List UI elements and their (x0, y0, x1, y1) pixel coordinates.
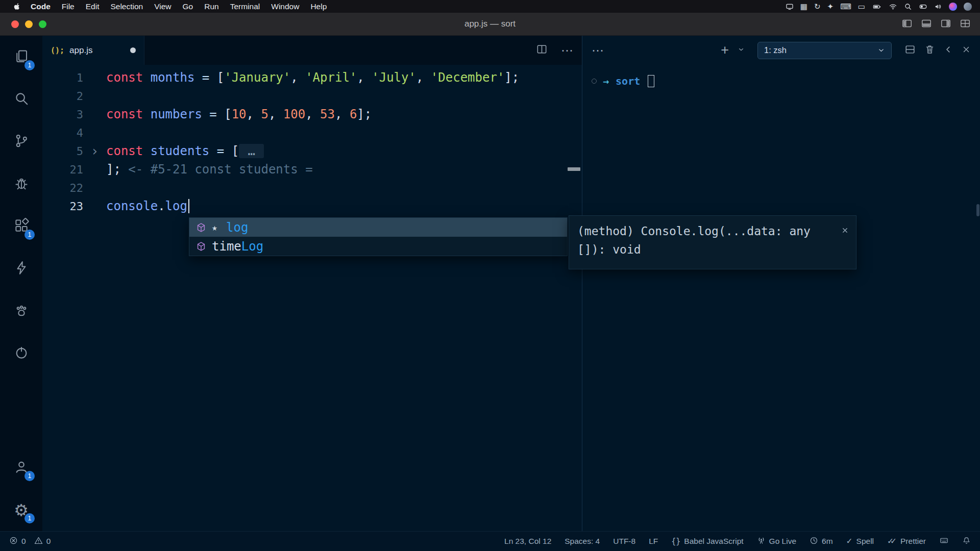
menu-edit[interactable]: Edit (80, 2, 105, 11)
more-actions-button[interactable]: ⋯ (561, 44, 574, 57)
prettier[interactable]: ✓✓ Prettier (887, 537, 926, 546)
keyboard-layout[interactable] (939, 536, 949, 547)
new-terminal-dropdown-icon[interactable] (738, 46, 745, 55)
customize-layout-button[interactable] (960, 18, 971, 31)
panel-more-actions-button[interactable]: ⋯ (592, 44, 604, 57)
eol-sequence[interactable]: LF (649, 537, 658, 546)
menu-run[interactable]: Run (199, 2, 224, 11)
notifications[interactable] (962, 536, 971, 547)
code-editor[interactable]: 1const months = ['January', 'April', 'Ju… (42, 65, 582, 531)
bell-icon (962, 536, 971, 547)
activity-explorer[interactable]: 1 (0, 36, 42, 78)
kill-terminal-button[interactable] (924, 44, 935, 57)
menu-window[interactable]: Window (265, 2, 305, 11)
line-number[interactable]: 21 (42, 163, 83, 176)
activity-settings[interactable]: ⚙ 1 (0, 489, 42, 531)
app-menu[interactable]: Code (25, 2, 56, 11)
user-avatar-icon[interactable] (964, 3, 972, 11)
tab-app-js[interactable]: (); app.js (42, 36, 144, 65)
minimize-window-button[interactable] (25, 20, 33, 28)
problems-errors[interactable]: 0 (9, 536, 26, 547)
modified-dot-icon[interactable] (130, 47, 136, 53)
window-manager-icon[interactable]: ▭ (858, 3, 865, 10)
docs-line-1: (method) Console.log(...data: any (577, 222, 848, 240)
activity-search[interactable] (0, 78, 42, 120)
sync-icon[interactable]: ↻ (814, 3, 821, 10)
activity-accounts[interactable]: 1 (0, 446, 42, 489)
close-window-button[interactable] (11, 20, 19, 28)
code-line[interactable]: 22 (42, 179, 582, 197)
terminal-panel: ⋯ + 1: zsh → sort (582, 36, 980, 531)
zoom-window-button[interactable] (39, 20, 46, 28)
menu-selection[interactable]: Selection (105, 2, 149, 11)
code-line[interactable]: 3const numbers = [10, 5, 100, 53, 6]; (42, 105, 582, 123)
indentation[interactable]: Spaces: 4 (565, 537, 600, 546)
paw-icon (14, 303, 29, 320)
terminal-session-select[interactable]: 1: zsh (757, 42, 892, 59)
keyboard-viewer-icon[interactable]: ⌨ (840, 3, 851, 10)
activity-thunder-client[interactable] (0, 247, 42, 290)
toggle-secondary-sidebar-button[interactable] (940, 18, 951, 31)
terminal-output[interactable]: → sort (582, 65, 980, 87)
spotlight-icon[interactable] (904, 3, 912, 11)
line-number[interactable]: 23 (42, 200, 83, 213)
command-decoration-icon[interactable] (592, 79, 597, 84)
toggle-primary-sidebar-button[interactable] (901, 18, 913, 31)
language-mode[interactable]: {} Babel JavaScript (671, 537, 743, 546)
close-panel-button[interactable] (962, 45, 971, 56)
code-line[interactable]: 1const months = ['January', 'April', 'Ju… (42, 68, 582, 87)
code-line[interactable]: 2 (42, 87, 582, 105)
siri-icon[interactable] (949, 3, 957, 11)
cursor-position[interactable]: Ln 23, Col 12 (504, 537, 551, 546)
activity-run-debug[interactable] (0, 163, 42, 205)
sparkle-icon[interactable]: ✦ (827, 3, 834, 10)
activity-extension-paw[interactable] (0, 290, 42, 332)
code-line[interactable]: 5›const students = [ … (42, 142, 582, 160)
suggestion-item[interactable]: timeLog (189, 237, 567, 256)
line-number[interactable]: 5 (42, 145, 83, 158)
apple-menu[interactable] (13, 2, 21, 11)
wifi-icon[interactable] (889, 3, 897, 11)
scrollbar-cursor-mark (568, 167, 580, 171)
activity-extensions[interactable]: 1 (0, 205, 42, 247)
terminal-scrollbar[interactable] (976, 204, 979, 216)
collapse-panel-button[interactable] (944, 45, 953, 56)
docs-close-button[interactable] (841, 221, 849, 239)
activity-extension-circle[interactable] (0, 332, 42, 374)
line-number[interactable]: 22 (42, 182, 83, 194)
activity-source-control[interactable] (0, 120, 42, 163)
suggestion-label: log (226, 220, 248, 235)
extensions-badge: 1 (24, 230, 35, 240)
lightning-icon (14, 260, 29, 278)
line-number[interactable]: 4 (42, 127, 83, 139)
menu-terminal[interactable]: Terminal (225, 2, 266, 11)
split-editor-button[interactable] (536, 43, 548, 57)
menu-go[interactable]: Go (177, 2, 199, 11)
screen-mirroring-icon[interactable] (786, 3, 794, 11)
stats-icon[interactable]: ▦ (800, 3, 807, 10)
line-number[interactable]: 2 (42, 90, 83, 103)
toggle-panel-button[interactable] (921, 18, 932, 31)
menu-view[interactable]: View (149, 2, 177, 11)
suggestion-item[interactable]: ★log (189, 218, 567, 237)
terminal-cursor (648, 75, 654, 87)
code-line[interactable]: 23console.log (42, 197, 582, 215)
encoding[interactable]: UTF-8 (613, 537, 635, 546)
line-number[interactable]: 1 (42, 71, 83, 84)
spell-check[interactable]: ✓ Spell (846, 537, 874, 546)
timer[interactable]: 6m (810, 536, 833, 547)
split-terminal-button[interactable] (904, 44, 916, 57)
menubar-status-icons: ▦ ↻ ✦ ⌨ ▭ (786, 3, 972, 11)
sound-icon[interactable] (934, 3, 942, 11)
control-center-icon[interactable] (919, 3, 927, 11)
problems-warnings[interactable]: 0 (34, 536, 51, 547)
code-line[interactable]: 21]; <- #5-21 const students = (42, 160, 582, 179)
menu-help[interactable]: Help (305, 2, 332, 11)
code-line[interactable]: 4 (42, 123, 582, 142)
line-number[interactable]: 3 (42, 108, 83, 121)
new-terminal-button[interactable]: + (721, 43, 729, 57)
fold-chevron-icon[interactable]: › (83, 143, 106, 159)
menu-file[interactable]: File (56, 2, 80, 11)
battery-icon[interactable] (872, 3, 882, 11)
go-live[interactable]: Go Live (757, 536, 796, 547)
